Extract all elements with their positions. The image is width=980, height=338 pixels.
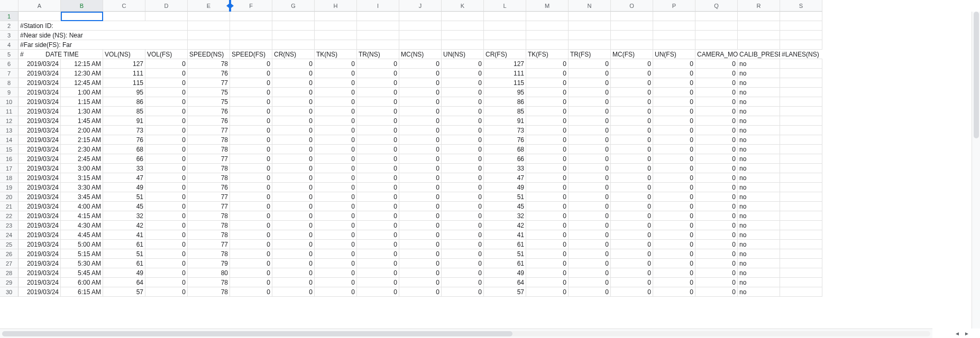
cell-B28[interactable]: 5:45 AM <box>61 268 103 278</box>
cell-C7[interactable]: 111 <box>103 69 145 78</box>
cell-Q22[interactable]: 0 <box>695 211 738 221</box>
cell-D15[interactable]: 0 <box>145 145 188 154</box>
cell-P20[interactable]: 0 <box>653 192 695 202</box>
cell-I30[interactable]: 0 <box>357 287 399 297</box>
cell-J2[interactable] <box>399 21 442 31</box>
cell-H20[interactable]: 0 <box>315 192 357 202</box>
cell-S27[interactable] <box>780 259 822 268</box>
column-header-A[interactable]: A <box>19 0 61 12</box>
cell-H12[interactable]: 0 <box>315 116 357 126</box>
cell-L12[interactable]: 91 <box>484 116 526 126</box>
row-header-8[interactable]: 8 <box>0 78 19 88</box>
cell-F25[interactable]: 0 <box>230 240 272 249</box>
cell-H19[interactable]: 0 <box>315 183 357 192</box>
cell-O17[interactable]: 0 <box>611 164 653 173</box>
cell-I2[interactable] <box>357 21 399 31</box>
cell-J15[interactable]: 0 <box>399 145 442 154</box>
cell-O27[interactable]: 0 <box>611 259 653 268</box>
cell-K14[interactable]: 0 <box>442 135 484 145</box>
cell-L9[interactable]: 95 <box>484 88 526 97</box>
cell-S4[interactable] <box>780 40 822 50</box>
cell-C11[interactable]: 85 <box>103 107 145 116</box>
cell-N9[interactable]: 0 <box>569 88 611 97</box>
cell-O25[interactable]: 0 <box>611 240 653 249</box>
cell-J30[interactable]: 0 <box>399 287 442 297</box>
cell-K28[interactable]: 0 <box>442 268 484 278</box>
column-header-E[interactable]: E <box>188 0 230 12</box>
cell-G15[interactable]: 0 <box>272 145 315 154</box>
cell-R3[interactable] <box>738 31 780 40</box>
cell-P4[interactable] <box>653 40 695 50</box>
cell-P7[interactable]: 0 <box>653 69 695 78</box>
cell-D23[interactable]: 0 <box>145 221 188 230</box>
cell-R26[interactable]: no <box>738 249 780 259</box>
cell-R12[interactable]: no <box>738 116 780 126</box>
cell-G1[interactable] <box>272 12 315 21</box>
cell-H28[interactable]: 0 <box>315 268 357 278</box>
cell-A2[interactable] <box>19 21 61 31</box>
cell-N7[interactable]: 0 <box>569 69 611 78</box>
cell-H17[interactable]: 0 <box>315 164 357 173</box>
column-header-R[interactable]: R <box>738 0 780 12</box>
cell-H18[interactable]: 0 <box>315 173 357 183</box>
cell-Q5[interactable]: CAMERA_MOVE <box>695 50 738 59</box>
cell-B1[interactable] <box>61 12 103 21</box>
cell-P10[interactable]: 0 <box>653 97 695 107</box>
cell-D9[interactable]: 0 <box>145 88 188 97</box>
cell-C27[interactable]: 61 <box>103 259 145 268</box>
cell-R25[interactable]: no <box>738 240 780 249</box>
row-header-22[interactable]: 22 <box>0 211 19 221</box>
cell-D30[interactable]: 0 <box>145 287 188 297</box>
column-header-N[interactable]: N <box>569 0 611 12</box>
cell-G18[interactable]: 0 <box>272 173 315 183</box>
cell-F3[interactable] <box>230 31 272 40</box>
cell-E28[interactable]: 80 <box>188 268 230 278</box>
cell-A1[interactable] <box>19 12 61 21</box>
cell-Q15[interactable]: 0 <box>695 145 738 154</box>
cell-G16[interactable]: 0 <box>272 154 315 164</box>
cell-O3[interactable] <box>611 31 653 40</box>
cell-P6[interactable]: 0 <box>653 59 695 69</box>
row-header-17[interactable]: 17 <box>0 164 19 173</box>
cell-K23[interactable]: 0 <box>442 221 484 230</box>
cell-M27[interactable]: 0 <box>526 259 569 268</box>
cell-D19[interactable]: 0 <box>145 183 188 192</box>
cell-B26[interactable]: 5:15 AM <box>61 249 103 259</box>
cell-Q29[interactable]: 0 <box>695 278 738 287</box>
cell-C6[interactable]: 127 <box>103 59 145 69</box>
cell-N19[interactable]: 0 <box>569 183 611 192</box>
row-header-30[interactable]: 30 <box>0 287 19 297</box>
cell-G20[interactable]: 0 <box>272 192 315 202</box>
cell-E25[interactable]: 77 <box>188 240 230 249</box>
cell-K16[interactable]: 0 <box>442 154 484 164</box>
cell-B11[interactable]: 1:30 AM <box>61 107 103 116</box>
cell-O12[interactable]: 0 <box>611 116 653 126</box>
cell-F18[interactable]: 0 <box>230 173 272 183</box>
cell-Q6[interactable]: 0 <box>695 59 738 69</box>
cell-O24[interactable]: 0 <box>611 230 653 240</box>
cell-D2[interactable] <box>145 21 188 31</box>
cell-B14[interactable]: 2:15 AM <box>61 135 103 145</box>
cell-G12[interactable]: 0 <box>272 116 315 126</box>
cell-H21[interactable]: 0 <box>315 202 357 211</box>
cell-Q13[interactable]: 0 <box>695 126 738 135</box>
cell-Q24[interactable]: 0 <box>695 230 738 240</box>
cell-C21[interactable]: 45 <box>103 202 145 211</box>
cell-H7[interactable]: 0 <box>315 69 357 78</box>
column-header-K[interactable]: K <box>442 0 484 12</box>
cell-E29[interactable]: 78 <box>188 278 230 287</box>
cell-S13[interactable] <box>780 126 822 135</box>
cell-K3[interactable] <box>442 31 484 40</box>
cell-R24[interactable]: no <box>738 230 780 240</box>
cell-L17[interactable]: 33 <box>484 164 526 173</box>
cell-Q7[interactable]: 0 <box>695 69 738 78</box>
cell-G29[interactable]: 0 <box>272 278 315 287</box>
cell-E7[interactable]: 76 <box>188 69 230 78</box>
cell-Q20[interactable]: 0 <box>695 192 738 202</box>
cell-D16[interactable]: 0 <box>145 154 188 164</box>
cell-M11[interactable]: 0 <box>526 107 569 116</box>
cell-F22[interactable]: 0 <box>230 211 272 221</box>
cell-D11[interactable]: 0 <box>145 107 188 116</box>
cell-H15[interactable]: 0 <box>315 145 357 154</box>
cell-B19[interactable]: 3:30 AM <box>61 183 103 192</box>
